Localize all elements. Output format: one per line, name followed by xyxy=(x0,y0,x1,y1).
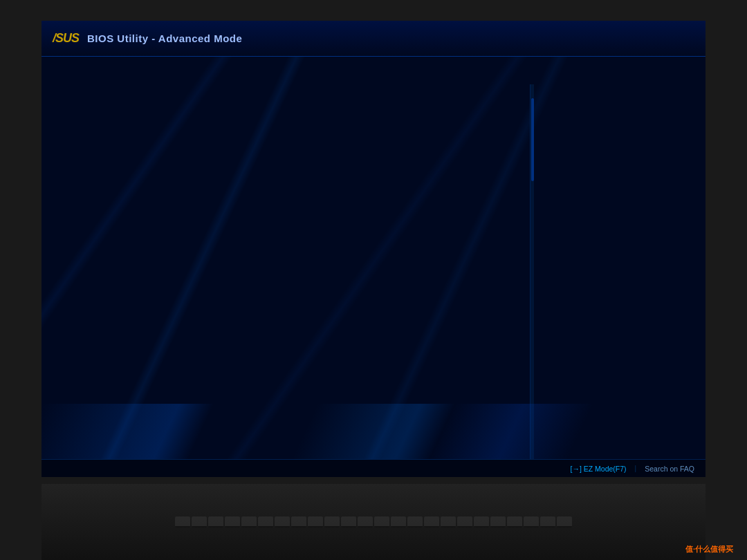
key-decoration xyxy=(424,516,439,528)
prop-value-used-space: 536.8 MB xyxy=(205,283,239,292)
hotkey-general-help: F1 General Help xyxy=(551,223,694,236)
key-right: → xyxy=(572,119,591,133)
key-minus: - xyxy=(572,181,591,195)
hotkey-switch: Tab Switch to hotkey list xyxy=(551,202,694,216)
key-group-tab: Tab xyxy=(551,202,575,216)
prop-connected-port: Connected Port: 1 xyxy=(53,252,518,266)
key-decoration xyxy=(474,516,489,528)
hotkey-desc-select: Select xyxy=(591,163,613,171)
key-decoration xyxy=(324,516,340,528)
prop-label-smart: SMART Status: xyxy=(53,211,205,219)
disk-selector-dropdown[interactable]: Physical Disk 0:1:1, NVMe Gen3 xyxy=(392,123,518,138)
prop-available-space: Available Space: 1.0 TB xyxy=(53,266,518,281)
key-f7: F7 xyxy=(551,243,573,257)
key-decoration xyxy=(557,516,572,528)
hotkey-ez-mode: F7 EZ Mode/Advanced Mode xyxy=(551,243,694,257)
key-decoration xyxy=(524,516,539,528)
bios-screen: /SUS BIOS Utility - Advanced Mode Main A… xyxy=(42,21,706,477)
prop-label-disk-protocol: Disk Protocol: xyxy=(53,298,205,306)
key-decoration xyxy=(341,516,356,528)
prop-disk-protocol: Disk Protocol: NVMe xyxy=(53,295,518,310)
hotkey-select-item: ↑ ↓ Select Item xyxy=(551,140,694,153)
hotkey-desc-change-option: Change Option xyxy=(597,184,650,192)
prop-value-state: New xyxy=(205,182,221,190)
ez-mode-icon: [→] xyxy=(570,465,581,473)
nav-main[interactable]: Main xyxy=(55,62,77,78)
breadcrumb-text: Advanced\RAIDXpert2 Configuration Utilit… xyxy=(73,98,345,106)
main-content: ← Advanced\RAIDXpert2 Configuration Util… xyxy=(42,84,706,477)
key-decoration xyxy=(490,516,506,528)
key-group-plus-minus: + - xyxy=(551,181,591,195)
hotkey-desc-optimized: Optimized Defaults xyxy=(578,267,645,275)
hotkey-desc-switch: Switch to hotkey list xyxy=(581,205,651,213)
key-decoration xyxy=(441,516,456,528)
scroll-bar[interactable] xyxy=(530,84,534,477)
key-group-f10: F10 xyxy=(551,285,573,299)
key-decoration xyxy=(407,516,423,528)
prop-value-smart: Not Supported xyxy=(205,211,256,219)
nav-advanced[interactable]: Advanced xyxy=(100,62,145,79)
nav-boot[interactable]: Boot xyxy=(167,62,189,78)
prop-used-space: Used Space: 536.8 MB xyxy=(53,281,518,295)
hotkey-desc-select-item: Select Item xyxy=(597,142,637,151)
section-header: Physical Disk Properties: xyxy=(53,148,518,160)
hotkey-select: Enter Select xyxy=(551,160,694,174)
bottom-separator: | xyxy=(635,465,637,472)
key-decoration xyxy=(225,516,240,528)
key-decoration xyxy=(374,516,389,528)
watermark: 值·什么值得买 xyxy=(685,544,733,554)
hotkeys-title: Hot Keys xyxy=(551,94,694,109)
hotkey-change-option: + - Change Option xyxy=(551,181,694,195)
header-bar: /SUS BIOS Utility - Advanced Mode xyxy=(42,21,706,57)
key-decoration xyxy=(208,516,223,528)
prop-label-device-type: Device Type: xyxy=(53,240,205,248)
key-decoration xyxy=(540,516,555,528)
nav-bar: Main Advanced Boot Security Save & Exit xyxy=(42,57,706,84)
prop-value-revision: V1.3 xyxy=(205,225,221,234)
hotkey-desc-select-screen: Select Screen xyxy=(597,122,647,130)
keyboard-area xyxy=(42,484,706,560)
prop-value-available-space: 1.0 TB xyxy=(205,269,228,277)
prop-label-available-space: Available Space: xyxy=(53,269,205,277)
key-group-esc: ESC xyxy=(551,306,576,319)
key-f1: F1 xyxy=(551,223,573,236)
nav-save-exit[interactable]: Save & Exit xyxy=(268,62,317,78)
prop-size: Size: 1.0 TB xyxy=(53,194,518,208)
key-decoration xyxy=(291,516,306,528)
prop-value-transfer-speed: Gen3 x4 xyxy=(205,312,234,321)
panel-divider xyxy=(534,84,540,477)
bottom-bar: [→] EZ Mode(F7) | Search on FAQ xyxy=(42,459,706,477)
hotkeys-panel: Hot Keys ← → Select Screen ↑ ↓ Select It… xyxy=(540,84,706,477)
key-group-arrows-ud: ↑ ↓ xyxy=(551,140,591,153)
key-group-arrows-lr: ← → xyxy=(551,119,591,133)
key-decoration xyxy=(258,516,273,528)
breadcrumb-back-icon[interactable]: ← xyxy=(60,97,68,107)
key-enter: Enter xyxy=(551,160,585,174)
key-tab: Tab xyxy=(551,202,575,216)
keyboard-keys xyxy=(175,516,572,528)
key-decoration xyxy=(308,516,323,528)
search-faq-link[interactable]: Search on FAQ xyxy=(645,465,694,473)
prop-value-disk-protocol: NVMe xyxy=(205,298,227,306)
key-esc: ESC xyxy=(551,306,576,319)
key-decoration xyxy=(192,516,207,528)
select-disk-label: Select Physical Disk: xyxy=(53,126,191,136)
hotkey-save: F10 Save xyxy=(551,285,694,299)
prop-label-connected-port: Connected Port: xyxy=(53,254,205,263)
hotkey-exit: ESC Exit xyxy=(551,306,694,319)
key-group-f7: F7 xyxy=(551,243,573,257)
left-panel: ← Advanced\RAIDXpert2 Configuration Util… xyxy=(42,84,530,477)
scroll-thumb[interactable] xyxy=(531,98,534,181)
ez-mode-link[interactable]: [→] EZ Mode(F7) xyxy=(570,465,626,473)
prop-revision: Revision: V1.3 xyxy=(53,223,518,237)
prop-disk-id: Physical Disk ID: 0:1:1 xyxy=(53,165,518,179)
ez-mode-label: EZ Mode(F7) xyxy=(584,465,627,473)
prop-label-used-space: Used Space: xyxy=(53,283,205,292)
nav-security[interactable]: Security xyxy=(211,62,246,78)
key-plus: + xyxy=(551,181,570,195)
info-icon: i xyxy=(53,331,66,345)
key-left: ← xyxy=(551,119,570,133)
key-decoration xyxy=(241,516,257,528)
prop-device-type: Device Type: Disk xyxy=(53,237,518,252)
prop-value-connected-port: 1 xyxy=(205,254,209,263)
